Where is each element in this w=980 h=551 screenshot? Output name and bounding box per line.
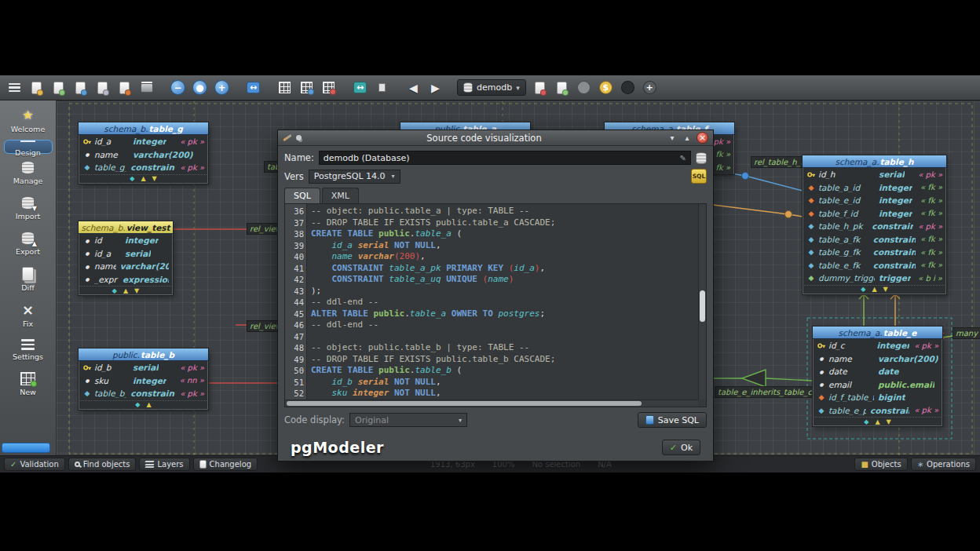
table-row[interactable]: ●idinteger — [79, 234, 172, 247]
save-sql-button[interactable]: Save SQL — [638, 412, 707, 428]
ok-button[interactable]: ✓ Ok — [662, 440, 700, 455]
table-header[interactable]: schema_a.table_h — [803, 155, 946, 168]
notification-chip[interactable] — [2, 443, 50, 453]
table-footer[interactable]: ◆▲▼ — [79, 174, 208, 184]
sidebar-item-import[interactable]: ▼Import — [4, 192, 53, 224]
dialog-titlebar[interactable]: Source code visualization ▾ ▴ × — [278, 130, 713, 146]
fit-view-button[interactable]: ↔ — [243, 78, 263, 97]
table-row[interactable]: ●namevarchar(200) — [79, 148, 207, 162]
layers-button[interactable]: Layers — [139, 458, 189, 471]
relationship-label[interactable]: rel_table_h_t — [751, 156, 806, 168]
table-row[interactable]: ◆table_e_pkconstraint« pk » — [814, 404, 942, 418]
show-grid-button[interactable] — [275, 78, 294, 97]
table-header[interactable]: schema_b.table_g — [79, 122, 208, 135]
table-row[interactable]: ●namevarchar(200) — [79, 260, 172, 273]
table-table_e[interactable]: schema_a.table_eid_cinteger« pk »●nameva… — [813, 327, 942, 426]
table-row[interactable]: id_cinteger« pk » — [814, 339, 942, 352]
table-row[interactable]: id_bserial« pk » — [79, 361, 207, 374]
export-model-button[interactable] — [115, 78, 134, 97]
zoom-out-button[interactable]: − — [168, 78, 188, 97]
horizontal-scrollbar[interactable] — [285, 400, 698, 407]
objects-button[interactable]: ■Objects — [854, 458, 907, 471]
zoom-normal-button[interactable]: ● — [190, 78, 210, 97]
collapse-icon[interactable]: ▾ — [667, 133, 678, 142]
table-view_test[interactable]: schema_b.view_test●idinteger●id_aserial●… — [79, 221, 173, 295]
tab-sql[interactable]: SQL — [284, 188, 320, 203]
compact-view-button[interactable]: ↔ — [350, 78, 370, 97]
bug-report-button[interactable] — [574, 78, 594, 97]
changelog-button[interactable]: Changelog — [193, 458, 258, 471]
table-row[interactable]: ◆table_e_idinteger« fk » — [803, 194, 945, 207]
table-row[interactable]: ◆table_g_fkconstraint« fk » — [803, 246, 945, 259]
table-row[interactable]: ◆table_h_pkconstraint« pk » — [803, 220, 945, 233]
new-model-button[interactable] — [27, 78, 46, 97]
table-footer[interactable]: ◆▲▼ — [813, 417, 942, 426]
table-row[interactable]: ◆table_e_fkconstraint« fk » — [803, 259, 945, 272]
scrollbar-thumb[interactable] — [287, 401, 642, 406]
next-page-button[interactable]: ▶ — [426, 78, 445, 97]
sidebar-item-settings[interactable]: Settings — [4, 334, 53, 365]
save-as-button[interactable] — [93, 78, 112, 97]
table-row[interactable]: id_hserial« pk » — [803, 168, 945, 181]
table-footer[interactable]: ◆▲ — [79, 400, 208, 410]
table-row[interactable]: ●datedate — [814, 365, 942, 378]
name-input[interactable]: demodb (Database) ✎ — [319, 151, 691, 165]
table-row[interactable]: id_ainteger« pk » — [79, 135, 207, 148]
fix-model-button[interactable] — [530, 78, 550, 97]
table-table_g[interactable]: schema_b.table_gid_ainteger« pk »●nameva… — [79, 122, 208, 184]
table-row[interactable]: ◆table_a_idinteger« fk » — [803, 181, 945, 195]
table-row[interactable]: ◆table_g_pkconstraint« pk » — [79, 161, 207, 174]
table-row[interactable]: ◆dummy_triggertrigger« b i » — [803, 272, 945, 285]
table-row[interactable]: ●_exprexpression — [79, 273, 172, 286]
operations-button[interactable]: ∗Operations — [911, 458, 976, 471]
pin-icon[interactable] — [296, 135, 302, 140]
table-row[interactable]: ◆table_a_fkconstraint« fk » — [803, 233, 945, 246]
relationship-label[interactable]: many — [953, 327, 980, 339]
code-editor[interactable]: 363738394041424344454647484950515253 -- … — [284, 203, 707, 407]
overview-button[interactable] — [372, 78, 392, 97]
table-row[interactable]: ●id_aserial — [79, 247, 172, 261]
sidebar-item-design[interactable]: Design — [4, 140, 53, 154]
sidebar-item-new[interactable]: New — [4, 367, 53, 400]
align-to-grid-button[interactable] — [297, 78, 316, 97]
table-table_b[interactable]: public.table_bid_bserial« pk »●skuintege… — [79, 348, 208, 410]
table-header[interactable]: schema_a.table_e — [813, 327, 942, 339]
vertical-scrollbar[interactable] — [698, 204, 706, 400]
table-footer[interactable]: ◆▲▼ — [803, 285, 946, 294]
model-selector[interactable]: demodb▾ — [457, 79, 526, 96]
relationship-label[interactable]: table_e_inherits_table_c — [715, 386, 815, 398]
sidebar-item-diff[interactable]: Diff — [4, 262, 53, 296]
validation-button[interactable]: ✓Validation — [4, 458, 65, 471]
table-row[interactable]: ●namevarchar(200) — [814, 352, 942, 366]
table-row[interactable]: ●emailpublic.email — [814, 378, 942, 392]
zoom-in-button[interactable]: + — [212, 78, 232, 97]
expand-icon[interactable]: ▴ — [682, 133, 693, 142]
table-row[interactable]: ◆id_f_table_fbigint — [814, 391, 942, 404]
plugins-button[interactable]: + — [640, 78, 660, 97]
table-footer[interactable]: ◆▲▼ — [79, 286, 173, 295]
tab-xml[interactable]: XML — [322, 188, 359, 203]
table-row[interactable]: ◆table_b_pkconstraint« pk » — [79, 387, 207, 400]
sidebar-item-welcome[interactable]: ★Welcome — [4, 104, 53, 137]
table-row[interactable]: ◆table_f_idinteger« fk » — [803, 207, 945, 221]
table-table_h[interactable]: schema_a.table_hid_hserial« pk »◆table_a… — [803, 155, 946, 294]
sidebar-item-manage[interactable]: Manage — [4, 156, 53, 189]
save-model-button[interactable] — [71, 78, 90, 97]
table-header[interactable]: public.table_b — [79, 348, 208, 361]
print-model-button[interactable] — [137, 78, 156, 97]
sidebar-item-export[interactable]: ▲Export — [4, 227, 53, 260]
load-model-button[interactable] — [49, 78, 68, 97]
table-row[interactable]: ●skuinteger« nn » — [79, 374, 207, 388]
donate-button[interactable]: $ — [596, 78, 616, 97]
new-object-button[interactable] — [552, 78, 572, 97]
main-menu-button[interactable] — [5, 78, 24, 97]
sidebar-item-fix[interactable]: ×Fix — [4, 298, 53, 332]
close-button[interactable]: × — [697, 132, 708, 144]
scrollbar-thumb[interactable] — [700, 290, 705, 322]
version-select[interactable]: PostgreSQL 14.0 ▾ — [309, 170, 400, 184]
find-objects-button[interactable]: Find objects — [68, 458, 137, 471]
page-delimiters-button[interactable] — [319, 78, 338, 97]
about-button[interactable] — [618, 78, 638, 97]
table-header[interactable]: schema_b.view_test — [79, 221, 173, 234]
prev-page-button[interactable]: ◀ — [404, 78, 423, 97]
